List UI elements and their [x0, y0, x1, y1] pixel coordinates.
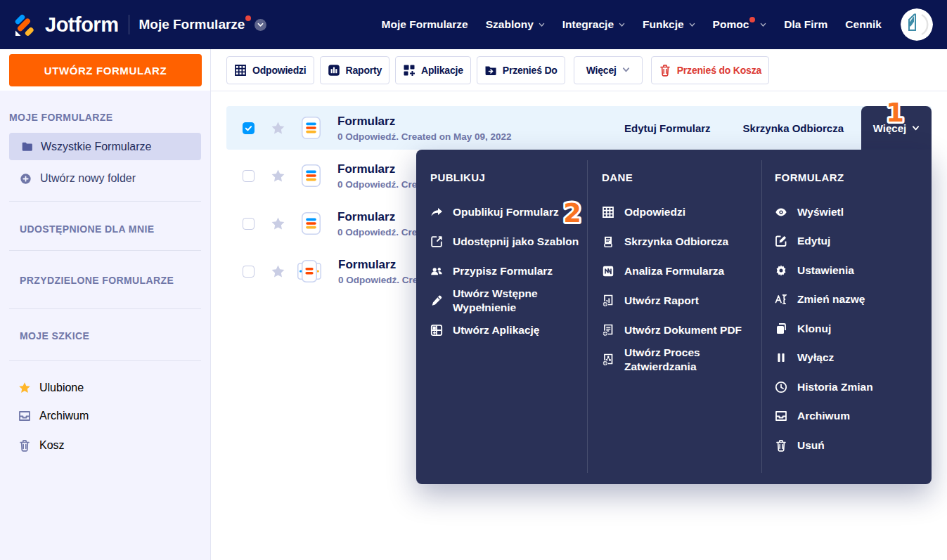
rename-icon: [775, 293, 787, 306]
row-more-button[interactable]: Więcej: [861, 106, 932, 150]
menu-item-edytuj[interactable]: Edytuj: [775, 227, 926, 256]
menu-item-historia-zmian[interactable]: Historia Zmian: [775, 372, 926, 402]
row-checkbox[interactable]: [243, 170, 255, 182]
menu-item-label: Historia Zmian: [797, 380, 873, 394]
app-plus-icon: [430, 324, 443, 337]
menu-item-wy-cz[interactable]: Wyłącz: [775, 344, 926, 373]
sidebar-item-label: Archiwum: [39, 410, 89, 422]
chevron-down-icon: [912, 124, 920, 132]
toolbar-button-label: Przenieś Do: [503, 65, 558, 76]
star-icon[interactable]: [271, 264, 285, 279]
create-form-wrap: UTWÓRZ FORMULARZ: [0, 49, 210, 91]
menu-item-klonuj[interactable]: Klonuj: [775, 314, 926, 344]
chevron-down-icon: [539, 22, 545, 28]
create-form-button[interactable]: UTWÓRZ FORMULARZ: [9, 54, 202, 86]
row-checkbox[interactable]: [243, 266, 255, 278]
trash-icon: [659, 64, 671, 77]
toolbar-button-przenie-do[interactable]: Przenieś Do: [477, 56, 565, 84]
navbar-item-cennik[interactable]: Cennik: [845, 18, 882, 31]
sidebar-divider: [9, 250, 201, 251]
navbar-item-label: Pomoc: [713, 18, 749, 31]
navbar-links: Moje FormularzeSzablonyIntegracjeFunkcje…: [382, 18, 882, 31]
inbox-action[interactable]: Skrzynka Odbiorcza: [743, 122, 844, 134]
sidebar-section-drafts[interactable]: MOJE SZKICE: [9, 331, 201, 341]
report-plus-icon: [602, 294, 614, 307]
navbar-item-dla-firm[interactable]: Dla Firm: [784, 18, 827, 31]
toolbar-button-odpowiedzi[interactable]: Odpowiedzi: [226, 56, 314, 84]
menu-item-utw-rz-raport[interactable]: Utwórz Raport: [602, 286, 756, 315]
menu-item-usu[interactable]: Usuń: [775, 431, 926, 460]
toolbar-button-aplikacje[interactable]: Aplikacje: [395, 56, 471, 84]
chevron-down-icon: [622, 66, 630, 74]
menu-item-opublikuj-formularz[interactable]: Opublikuj Formularz: [430, 197, 581, 227]
sidebar-divider: [9, 308, 201, 309]
menu-items: WyświetlEdytujUstawieniaZmień nazwęKlonu…: [775, 197, 926, 460]
star-icon[interactable]: [271, 121, 285, 136]
menu-item-label: Edytuj: [797, 234, 830, 248]
toolbar-button-raporty[interactable]: Raporty: [320, 56, 390, 84]
flow-plus-icon: [602, 353, 614, 366]
sidebar-item-new-folder[interactable]: Utwórz nowy folder: [9, 164, 201, 193]
sidebar-item-kosz[interactable]: Kosz: [9, 431, 201, 460]
toolbar-button-label: Raporty: [346, 65, 382, 76]
menu-item-utw-rz-proces-zatwierdzania[interactable]: Utwórz ProcesZatwierdzania: [602, 345, 756, 375]
navbar-item-szablony[interactable]: Szablony: [486, 18, 545, 31]
sidebar-divider: [9, 201, 201, 202]
user-avatar[interactable]: [901, 8, 933, 41]
menu-item-label: Utwórz WstępneWypełnienie: [453, 287, 538, 315]
menu-item-zmie-nazw[interactable]: Zmień nazwę: [775, 285, 926, 315]
jotform-logo-icon: [14, 13, 36, 37]
menu-item-skrzynka-odbiorcza[interactable]: Skrzynka Odbiorcza: [602, 227, 756, 256]
menu-item-utw-rz-dokument-pdf[interactable]: Utwórz Dokument PDF: [602, 315, 756, 345]
toolbar-button-przenie-do-kosza[interactable]: Przenieś do Kosza: [651, 56, 769, 84]
sidebar-divider: [9, 360, 201, 361]
row-checkbox[interactable]: [243, 122, 255, 134]
star-icon: [18, 382, 31, 394]
star-icon[interactable]: [271, 216, 285, 231]
table-icon: [602, 206, 614, 219]
chevron-down-icon: [760, 22, 766, 28]
sidebar-item-archiwum[interactable]: Archiwum: [9, 402, 201, 430]
row-more-label: Więcej: [873, 122, 906, 134]
notification-dot: [245, 15, 251, 21]
menu-item-label: Utwórz Dokument PDF: [624, 323, 742, 337]
sidebar-bottom-items: UlubioneArchiwumKosz: [9, 374, 201, 460]
menu-item-ustawienia[interactable]: Ustawienia: [775, 256, 926, 285]
menu-item-przypisz-formularz[interactable]: Przypisz Formularz: [430, 256, 581, 286]
menu-item-utw-rz-wst-pne-wype-nienie[interactable]: Utwórz WstępneWypełnienie: [430, 286, 581, 315]
eye-icon: [775, 206, 787, 219]
menu-item-label: Usuń: [797, 438, 825, 452]
jotform-logo[interactable]: Jotform: [14, 13, 118, 37]
menu-item-udost-pnij-jako-szablon[interactable]: Udostępnij jako Szablon: [430, 227, 581, 256]
menu-item-analiza-formularza[interactable]: Analiza Formularza: [602, 256, 756, 286]
navbar-item-funkcje[interactable]: Funkcje: [643, 18, 695, 31]
toolbar: OdpowiedziRaportyAplikacjePrzenieś DoWię…: [211, 49, 947, 91]
navbar-divider: [129, 15, 129, 34]
menu-item-wy-wietl[interactable]: Wyświetl: [775, 197, 926, 227]
sidebar-section-assigned[interactable]: PRZYDZIELONE FORMULARZE: [9, 275, 201, 285]
archive-icon: [18, 410, 31, 422]
analytics-icon: [602, 265, 614, 278]
sidebar-item-ulubione[interactable]: Ulubione: [9, 374, 201, 402]
row-checkbox[interactable]: [243, 218, 255, 230]
sidebar-item-label: Utwórz nowy folder: [40, 172, 136, 185]
edit-form-action[interactable]: Edytuj Formularz: [624, 122, 711, 134]
toolbar-button-wi-cej[interactable]: Więcej: [574, 56, 643, 84]
star-icon[interactable]: [271, 169, 285, 183]
navbar-item-integracje[interactable]: Integracje: [562, 18, 625, 31]
chevron-down-icon: [689, 22, 695, 28]
menu-item-odpowiedzi[interactable]: Odpowiedzi: [602, 197, 756, 227]
menu-item-label: Ustawienia: [797, 263, 854, 278]
folder-icon: [21, 141, 33, 152]
toolbar-button-label: Więcej: [586, 65, 617, 76]
page-title-group[interactable]: Moje Formularze: [138, 17, 266, 32]
menu-item-label: Archiwum: [797, 409, 850, 423]
navbar-item-moje-formularze[interactable]: Moje Formularze: [382, 18, 468, 31]
sidebar-section-shared[interactable]: UDOSTĘPNIONE DLA MNIE: [9, 224, 201, 234]
menu-item-utw-rz-aplikacj[interactable]: Utwórz Aplikację: [430, 315, 581, 345]
form-row[interactable]: Formularz0 Odpowiedź. Created on May 09,…: [226, 106, 932, 150]
page-title-dropdown-button[interactable]: [255, 19, 266, 31]
sidebar-item-all-forms[interactable]: Wszystkie Formularze: [9, 133, 201, 160]
menu-item-archiwum[interactable]: Archiwum: [775, 402, 926, 431]
navbar-item-pomoc[interactable]: Pomoc: [713, 18, 767, 31]
